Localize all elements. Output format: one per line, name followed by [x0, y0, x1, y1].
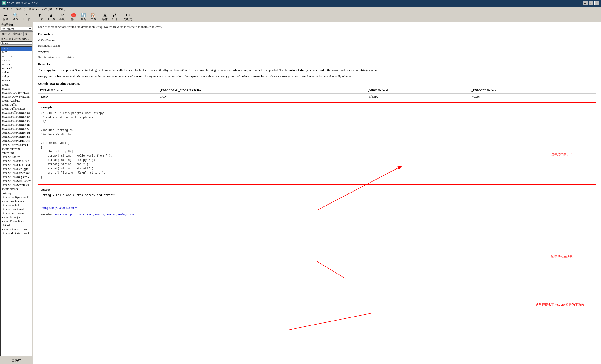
sidebar-list-item[interactable]: Stream Class Structures — [1, 183, 32, 187]
sidebar-list-item[interactable]: Stream Control — [1, 203, 32, 207]
see-also-strncmp[interactable]: strncmp, — [83, 212, 94, 217]
sidebar-list-item[interactable]: Stream Class and Minid — [1, 159, 32, 163]
sidebar-list-item[interactable]: Stream (ADO for Visual — [1, 91, 32, 95]
sidebar-list-item[interactable]: strcpy — [1, 47, 32, 50]
refresh-button[interactable]: 🔄 刷新 — [79, 12, 88, 22]
active-set-label: 活动子集(B): — [1, 23, 32, 27]
output-title: Output — [41, 187, 593, 192]
display-button[interactable]: 显示(D) — [9, 358, 24, 363]
sidebar-list-item[interactable]: strcspn — [1, 58, 32, 63]
keyword-input[interactable] — [1, 41, 32, 45]
sidebar-list-item[interactable]: Stream Buffer Engine Er — [1, 111, 32, 115]
stop-button[interactable]: ⛔ 停止 — [69, 12, 78, 22]
sidebar-list-item[interactable]: Stream Class Driver Rou — [1, 171, 32, 175]
sidebar-list-item[interactable]: StrCSpnl — [1, 67, 32, 71]
sidebar-list-item[interactable]: Stream (VC++ syntax in — [1, 95, 32, 99]
sidebar-list-item[interactable]: Stream Buffer Engine Fi — [1, 119, 32, 123]
sidebar-list-item[interactable]: StrCpyN — [1, 55, 32, 58]
sidebar-list-item[interactable]: Stream Configuration C — [1, 195, 32, 199]
sidebar-list-item[interactable]: StrCSpn — [1, 63, 32, 67]
tab-contents[interactable]: 目录(C) — [0, 32, 12, 36]
see-also-strchr[interactable]: strchr, — [118, 212, 126, 217]
see-also-strspn[interactable]: strspn — [127, 212, 134, 217]
see-also-strcat[interactable]: strcat, — [55, 212, 62, 217]
print-button[interactable]: 🖨 打印 — [110, 12, 120, 22]
minimize-button[interactable]: ─ — [583, 1, 588, 5]
sidebar-list-item[interactable]: StrCpy — [1, 50, 32, 55]
hide-button[interactable]: ⬅ 隐藏 — [1, 12, 10, 22]
maximize-button[interactable]: □ — [589, 1, 593, 5]
sidebar-list-item[interactable]: strdup — [1, 75, 32, 79]
see-also-spacer — [52, 212, 54, 217]
sidebar-list-item[interactable]: stream file object — [1, 215, 32, 219]
home-button[interactable]: 🏠 主页 — [89, 12, 98, 22]
sidebar-list-item[interactable]: StrDup — [1, 79, 32, 83]
occur-icon: ↩ — [60, 13, 64, 17]
sidebar-list-item[interactable]: stream I/O routines — [1, 219, 32, 223]
sidebar-list-item[interactable]: Stream Changes — [1, 155, 32, 159]
see-also-strcmp[interactable]: strcmp, — [63, 212, 73, 217]
sidebar-list-item[interactable]: deriving — [1, 191, 32, 195]
sidebar-list-item[interactable]: Stream Data Sample — [1, 207, 32, 211]
sidebar-list-item[interactable]: controlling — [1, 151, 32, 155]
sidebar-list-item[interactable]: Stream Buffer Engine Ev — [1, 115, 32, 119]
sidebar-list-item[interactable]: Stream Class Debuggin — [1, 167, 32, 171]
menu-edit[interactable]: 编辑(E) — [14, 7, 27, 12]
sidebar-list-item[interactable]: stream — [1, 83, 32, 87]
param2-name: strSource — [38, 50, 596, 54]
tab-search[interactable]: 搜| — [24, 32, 30, 36]
content-area[interactable]: Each of these functions returns the dest… — [33, 22, 601, 364]
menu-bar: 文件(F) 编辑(E) 查看(V) 转到(G) 帮助(H) — [0, 7, 601, 12]
sidebar-list-item[interactable]: stream buffer classes — [1, 107, 32, 111]
next-page-icon: ▼ — [38, 13, 42, 17]
sidebar-list-item[interactable]: Stream Buffer Engine St — [1, 135, 32, 139]
sidebar-list-item[interactable]: Stream Buffer Engine In — [1, 123, 32, 127]
sidebar-list-item[interactable]: Stream Buffer Engine O — [1, 127, 32, 131]
active-set-section: 活动子集(B): (整个集合) — [0, 22, 33, 32]
occur-button[interactable]: ↩ 出现 — [57, 12, 67, 22]
menu-goto[interactable]: 转到(G) — [40, 7, 54, 12]
sidebar-list-item[interactable]: Stream Buffer Source Fi — [1, 143, 32, 147]
menu-view[interactable]: 查看(V) — [27, 7, 40, 12]
sidebar-list-item[interactable]: stream classes — [1, 187, 32, 191]
see-also-stricmp[interactable]: _stricmp, — [105, 212, 117, 217]
find-button[interactable]: 🔍 查找 — [11, 12, 20, 22]
sidebar-list-item[interactable]: Stream Buffer Sink Filte — [1, 139, 32, 143]
sidebar-list-item[interactable]: Unicode — [1, 223, 32, 227]
sidebar-list-item[interactable]: stream buffer — [1, 103, 32, 107]
string-manipulation-link[interactable]: String Manipulation Routines — [41, 206, 77, 210]
sidebar-list-item[interactable]: Stream Buffer Engine Ri — [1, 131, 32, 135]
sidebar-list-item[interactable]: strdate — [1, 71, 32, 75]
active-set-select[interactable]: (整个集合) — [1, 27, 32, 31]
sidebar-list-item[interactable]: Stream Minidriver Rout — [1, 231, 32, 235]
tab-index[interactable]: 索引(N) — [12, 32, 24, 36]
see-also-strncpy[interactable]: strncpy, — [95, 212, 104, 217]
col-header-1: _UNICODE & _MBCS Not Defined — [158, 87, 366, 94]
sidebar-list-item[interactable]: Stream Errors counter — [1, 211, 32, 215]
menu-help[interactable]: 帮助(H) — [54, 7, 67, 12]
next-page-button[interactable]: ▼ 下一页 — [34, 12, 45, 22]
font-button[interactable]: A 字体 — [100, 12, 110, 22]
param1-name: strDestination — [38, 38, 596, 43]
toolbar-sep-4 — [120, 13, 121, 21]
cell-mbscpy: _mbscpy — [366, 94, 470, 100]
sidebar-list-item[interactable]: stream Attribute — [1, 99, 32, 103]
options-button[interactable]: ⚙ 选项(O) — [122, 12, 134, 22]
example-box: Example /* STRCPY.C: This program uses s… — [38, 102, 596, 182]
sidebar-list-item[interactable]: stream initializer class — [1, 227, 32, 231]
remarks-text: The strcpy function copies strSource, in… — [38, 68, 596, 73]
sidebar-list[interactable]: strcpyStrCpyStrCpyNstrcspnStrCSpnStrCSpn… — [0, 46, 32, 356]
sidebar-list-item[interactable]: stream buffering — [1, 147, 32, 151]
output-box: Output String = Hello world from strcpy … — [38, 184, 596, 201]
menu-file[interactable]: 文件(F) — [1, 7, 14, 12]
sidebar-list-item[interactable]: Stream Class SRB Refere — [1, 179, 32, 183]
sidebar-list-item[interactable]: Stream Class Child Devi — [1, 163, 32, 167]
sidebar-list-item[interactable]: Stream Class Registry V — [1, 175, 32, 179]
sidebar-list-item[interactable]: Stream — [1, 87, 32, 91]
prev-page-button[interactable]: ▲ 上一页 — [46, 12, 57, 22]
see-also-strncat[interactable]: strncat, — [73, 212, 82, 217]
back-button[interactable]: ↑ 上一步 — [21, 12, 32, 22]
sidebar-list-item[interactable]: stream constructors — [1, 199, 32, 203]
close-button[interactable]: ✕ — [594, 1, 599, 5]
back-icon: ↑ — [25, 13, 27, 17]
